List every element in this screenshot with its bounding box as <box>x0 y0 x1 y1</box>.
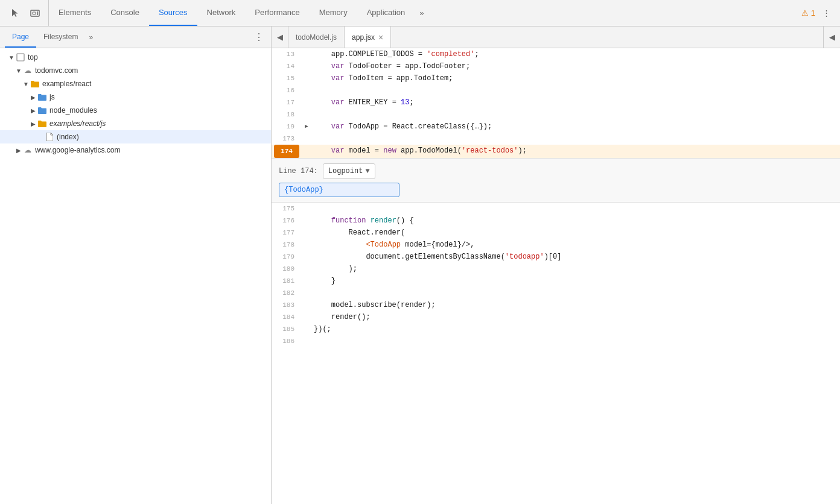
devtools-icons <box>2 0 49 26</box>
tree-label-google-analytics: www.google-analytics.com <box>35 146 120 154</box>
svg-rect-5 <box>17 54 24 61</box>
line-num-179: 179 <box>272 251 302 263</box>
sub-tab-menu-button[interactable]: ⋮ <box>252 31 266 43</box>
sub-tab-filesystem[interactable]: Filesystem <box>36 27 85 48</box>
line-num-17: 17 <box>272 96 302 109</box>
file-icon-index <box>45 132 54 142</box>
code-line-14: 14 var TodoFooter = app.TodoFooter; <box>272 60 840 72</box>
line-content-16 <box>311 84 840 96</box>
line-num-14: 14 <box>272 60 302 72</box>
line-num-176: 176 <box>272 215 302 227</box>
code-line-13: 13 app.COMPLETED_TODOS = 'completed'; <box>272 48 840 60</box>
logpoint-type-dropdown[interactable]: Logpoint ▼ <box>323 163 375 179</box>
line-content-17: var ENTER_KEY = 13; <box>311 96 840 109</box>
tab-elements[interactable]: Elements <box>49 0 101 26</box>
tree-item-google-analytics[interactable]: ▶ ☁ www.google-analytics.com <box>0 143 271 157</box>
line-content-179: document.getElementsByClassName('todoapp… <box>311 251 840 263</box>
tree-arrow-js: ▶ <box>29 94 37 101</box>
code-line-184: 184 render(); <box>272 311 840 323</box>
editor-tab-todomodel[interactable]: todoModel.js <box>288 27 345 48</box>
left-panel: Page Filesystem » ⋮ ▼ top <box>0 27 272 504</box>
tree-arrow-node-modules: ▶ <box>29 107 37 114</box>
code-line-16: 16 <box>272 84 840 96</box>
tree-arrow-examples-react-js: ▶ <box>29 121 37 127</box>
svg-rect-1 <box>33 12 36 14</box>
tree-arrow-google-analytics: ▶ <box>14 147 23 154</box>
tree-arrow-top: ▼ <box>7 54 16 61</box>
tab-console[interactable]: Console <box>101 0 149 26</box>
device-icon[interactable] <box>27 5 43 22</box>
top-bar-right: ⚠ 1 ⋮ <box>797 6 838 20</box>
code-line-19: 19 ▶ var TodoApp = React.createClass({…}… <box>272 121 840 133</box>
sub-tab-page[interactable]: Page <box>5 27 36 48</box>
sub-tab-more-button[interactable]: » <box>85 27 97 48</box>
line-content-174: var model = new app.TodoModel('react-tod… <box>311 145 840 158</box>
line-content-176: function render() { <box>311 215 840 227</box>
editor-tab-appjsx-label: app.jsx <box>352 33 375 42</box>
editor-back-button[interactable]: ◀ <box>272 27 288 48</box>
tree-arrow-todomvc: ▼ <box>14 68 23 74</box>
line-num-16: 16 <box>272 84 302 96</box>
breakpoint-badge-174[interactable]: 174 <box>274 145 299 158</box>
tree-label-node-modules: node_modules <box>49 106 97 115</box>
line-content-13: app.COMPLETED_TODOS = 'completed'; <box>311 48 840 60</box>
more-tabs-button[interactable]: » <box>415 0 428 26</box>
folder-icon-examples-react <box>30 79 40 89</box>
line-content-19: var TodoApp = React.createClass({…}); <box>311 121 840 133</box>
right-panel: ◀ todoModel.js app.jsx × ◀ 13 app.COMPLE… <box>272 27 840 504</box>
line-num-177: 177 <box>272 227 302 239</box>
code-line-173: 173 <box>272 133 840 145</box>
line-num-174: 174 <box>272 145 302 158</box>
code-line-17: 17 var ENTER_KEY = 13; <box>272 96 840 109</box>
tree-item-top[interactable]: ▼ top <box>0 51 271 64</box>
tab-network[interactable]: Network <box>197 0 246 26</box>
editor-tab-close-appjsx[interactable]: × <box>378 33 383 42</box>
code-line-181: 181 } <box>272 275 840 287</box>
code-line-186: 186 <box>272 335 840 347</box>
tree-item-examples-react[interactable]: ▼ examples/react <box>0 77 271 90</box>
tree-item-js[interactable]: ▶ js <box>0 90 271 104</box>
line-num-182: 182 <box>272 287 302 299</box>
tree-item-examples-react-js[interactable]: ▶ examples/react/js <box>0 117 271 130</box>
tab-performance[interactable]: Performance <box>245 0 309 26</box>
tab-sources[interactable]: Sources <box>149 0 197 26</box>
line-num-19: 19 <box>272 121 302 133</box>
code-line-176: 176 function render() { <box>272 215 840 227</box>
line-content-15: var TodoItem = app.TodoItem; <box>311 72 840 84</box>
code-line-18: 18 <box>272 109 840 121</box>
line-num-15: 15 <box>272 72 302 84</box>
folder-icon-node-modules <box>37 106 47 115</box>
line-content-177: React.render( <box>311 227 840 239</box>
devtools-menu-button[interactable]: ⋮ <box>820 6 833 20</box>
line-num-13: 13 <box>272 48 302 60</box>
logpoint-panel: Line 174: Logpoint ▼ <box>272 158 840 203</box>
cloud-icon-google-analytics: ☁ <box>23 145 33 155</box>
tree-item-node-modules[interactable]: ▶ node_modules <box>0 104 271 117</box>
editor-tab-appjsx[interactable]: app.jsx × <box>345 27 391 48</box>
tree-item-todomvc[interactable]: ▼ ☁ todomvc.com <box>0 64 271 77</box>
cursor-icon[interactable] <box>7 5 24 22</box>
line-num-180: 180 <box>272 263 302 275</box>
code-line-185: 185 })(; <box>272 323 840 335</box>
line-content-14: var TodoFooter = app.TodoFooter; <box>311 60 840 72</box>
editor-collapse-button[interactable]: ◀ <box>823 27 840 48</box>
main-tabs: Elements Console Sources Network Perform… <box>49 0 797 26</box>
tree-arrow-examples-react: ▼ <box>22 81 30 87</box>
warning-badge[interactable]: ⚠ 1 <box>801 8 815 17</box>
tree-item-index[interactable]: (index) <box>0 130 271 143</box>
frame-icon <box>16 52 25 62</box>
line-num-178: 178 <box>272 239 302 251</box>
line-num-183: 183 <box>272 299 302 311</box>
line-num-175: 175 <box>272 203 302 215</box>
code-line-174: 174 var model = new app.TodoModel('react… <box>272 145 840 158</box>
logpoint-input[interactable] <box>279 183 399 197</box>
tab-application[interactable]: Application <box>357 0 415 26</box>
editor-tab-todomodel-label: todoModel.js <box>296 33 337 42</box>
tree-label-examples-react-js: examples/react/js <box>49 119 106 128</box>
line-content-180: ); <box>311 263 840 275</box>
logpoint-header: Line 174: Logpoint ▼ <box>279 163 833 179</box>
line-num-18: 18 <box>272 109 302 121</box>
line-content-175 <box>311 203 840 215</box>
tab-memory[interactable]: Memory <box>310 0 357 26</box>
tree-label-todomvc: todomvc.com <box>35 66 78 75</box>
